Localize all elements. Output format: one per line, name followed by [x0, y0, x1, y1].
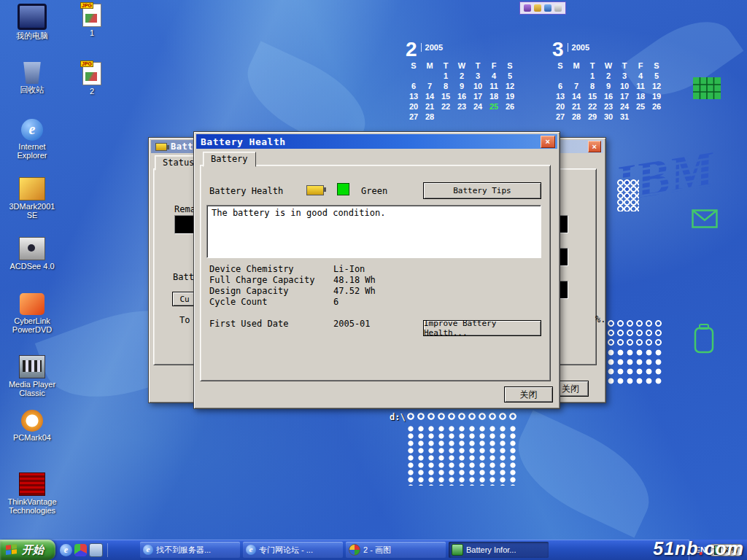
task-button-4[interactable]: Battery Infor...: [449, 542, 549, 558]
calendar-day-header: T: [584, 61, 600, 71]
calendar-day: 13: [552, 91, 568, 101]
battery-cell-icon: [693, 323, 715, 354]
desktop-icon-label: Internet Explorer: [6, 142, 58, 160]
close-icon[interactable]: [541, 136, 555, 148]
task-button-2[interactable]: 专门网论坛 - ...: [243, 542, 343, 558]
powerdvd-icon: [20, 293, 44, 315]
battery-tab-panel: Battery Health Green Battery Tips The ba…: [200, 165, 551, 381]
calendar-day: 28: [422, 112, 438, 122]
condition-textbox: The battery is in good condition.: [206, 205, 541, 258]
calendar-day: 25: [632, 101, 649, 112]
window-battery-icon: [155, 143, 167, 151]
calendar-day: 12: [502, 81, 518, 91]
calendar-day: 19: [649, 91, 665, 101]
jpg-badge: JPG: [80, 61, 93, 67]
task-button-3[interactable]: 2 - 画图: [346, 542, 446, 558]
start-button[interactable]: 开始: [0, 540, 55, 560]
desktop-icon-jpg-1[interactable]: JPG1: [66, 4, 118, 37]
ibm-logo-dot-trail: [617, 179, 639, 211]
battery-field-row: First Used Date2005-01: [209, 319, 376, 330]
media-player-classic-icon: [19, 355, 45, 378]
desktop-icon-powerdvd[interactable]: CyberLink PowerDVD: [6, 293, 58, 334]
desktop-icon-recycle-bin[interactable]: 回收站: [6, 62, 58, 94]
desktop-icon-3dmark2001[interactable]: 3DMark2001 SE: [6, 177, 58, 219]
task-button-label: 专门网论坛 - ...: [259, 545, 313, 556]
field-value: 47.52 Wh: [333, 286, 376, 297]
volume-icon[interactable]: [524, 4, 531, 12]
health-status-text: Green: [361, 186, 387, 196]
calendar-day: 11: [486, 81, 502, 91]
watermark-dot: .: [699, 538, 705, 559]
calendar-year: 2005: [421, 43, 443, 52]
desktop: 我的电脑JPG1回收站JPG2Internet Explorer3DMark20…: [0, 0, 747, 560]
desktop-icon-acdsee[interactable]: ACDSee 4.0: [6, 237, 58, 271]
health-status-swatch: [337, 183, 349, 195]
drive-label: d:\: [390, 412, 406, 422]
close-icon[interactable]: [588, 141, 601, 152]
battery-icon: [452, 544, 463, 556]
calendar-day: 24: [616, 101, 632, 112]
desktop-icon-internet-explorer[interactable]: Internet Explorer: [6, 119, 58, 160]
calendar-day: 23: [454, 101, 470, 112]
thinkvantage-icon: [19, 472, 45, 496]
calendar-day: 20: [552, 101, 568, 112]
field-value: 48.18 Wh: [333, 275, 376, 286]
quicklaunch-ie-icon[interactable]: [60, 544, 72, 556]
tab-battery[interactable]: Battery: [203, 152, 256, 167]
field-value: 2005-01: [333, 319, 371, 330]
improve-battery-health-button[interactable]: Improve Battery Health...: [423, 320, 541, 336]
desktop-icon-thinkvantage[interactable]: ThinkVantage Technologies: [6, 472, 58, 515]
desktop-icon-my-computer[interactable]: 我的电脑: [6, 4, 58, 40]
quicklaunch-desktop-icon[interactable]: [89, 543, 103, 557]
recycle-bin-icon: [22, 62, 42, 84]
calendar-grid: SMTWTFS123456789101112131415161718192021…: [552, 61, 665, 122]
calendar-day: 2: [600, 71, 616, 81]
calendar-day: [568, 71, 584, 81]
calendar-year: 2005: [568, 43, 589, 52]
calendar-day-header: S: [406, 61, 422, 71]
notes-icon[interactable]: [554, 4, 562, 12]
calendar-march: 3 2005 SMTWTFS12345678910111213141516171…: [552, 40, 666, 122]
calendar-day: 23: [600, 101, 616, 112]
calendar-day: 13: [406, 91, 422, 101]
calendar-day-header: T: [616, 61, 632, 71]
calendar-day: [502, 112, 518, 122]
taskbar-tasks: 找不到服务器...专门网论坛 - ...2 - 画图Battery Infor.…: [139, 542, 550, 558]
desktop-icon-label: 2: [66, 87, 118, 96]
jpg-badge: JPG: [80, 2, 93, 9]
calendar-day: [422, 71, 438, 81]
task-button-1[interactable]: 找不到服务器...: [140, 542, 240, 558]
desktop-icon-label: Media Player Classic: [6, 380, 58, 397]
calendar-day: 31: [616, 112, 632, 122]
battery-tips-button[interactable]: Battery Tips: [423, 182, 541, 199]
battery-field-row: Full Charge Capacity48.18 Wh: [209, 275, 376, 286]
desktop-mini-toolbar[interactable]: [519, 1, 566, 15]
spreadsheet-grid-icon: [693, 77, 721, 99]
task-button-label: 找不到服务器...: [156, 545, 211, 556]
calendar-day: [552, 71, 568, 81]
calendar-day: 14: [568, 91, 584, 101]
desktop-icon-pcmark04[interactable]: PCMark04: [6, 410, 58, 442]
my-computer-icon: [18, 4, 47, 30]
percent-label: %.: [595, 314, 605, 324]
calendar-day-header: F: [486, 61, 502, 71]
battery-health-titlebar[interactable]: Battery Health: [196, 134, 557, 149]
close-button[interactable]: 关闭: [504, 386, 553, 402]
desktop-icon-media-player-classic[interactable]: Media Player Classic: [6, 355, 58, 397]
quicklaunch-media-icon[interactable]: [74, 544, 87, 556]
calendar-day: 30: [600, 112, 616, 122]
wallpaper-leaf: [502, 410, 665, 537]
display-icon[interactable]: [544, 4, 551, 12]
calendar-day: 10: [616, 81, 632, 91]
calendar-day: 10: [470, 81, 486, 91]
battery-detail-fields: Device ChemistryLi-IonFull Charge Capaci…: [209, 264, 376, 330]
calendar-day: 7: [568, 81, 584, 91]
calendar-day: 3: [616, 71, 632, 81]
pcmark04-icon: [21, 410, 43, 432]
calendar-day: 7: [422, 81, 438, 91]
calendar-day: 24: [470, 101, 486, 112]
calendar-day: 17: [470, 91, 486, 101]
calendar-day-header: W: [454, 61, 470, 71]
brightness-icon[interactable]: [534, 4, 541, 12]
desktop-icon-jpg-2[interactable]: JPG2: [66, 62, 118, 96]
